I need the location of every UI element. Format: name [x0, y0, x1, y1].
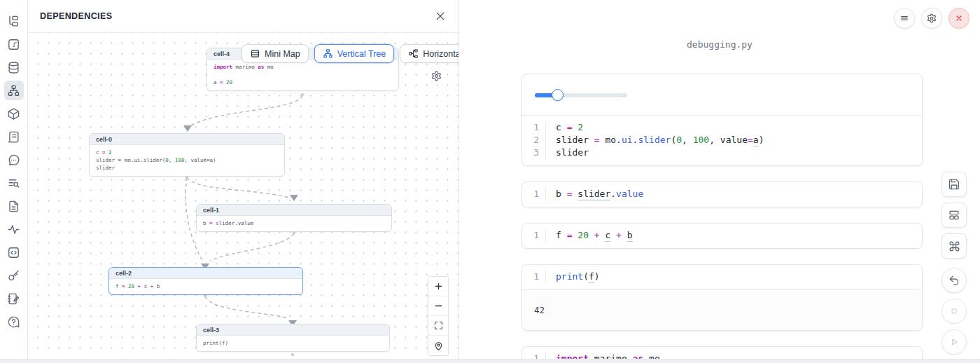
code-line[interactable]: slider = mo.ui.slider(0, 100, value=a): [546, 134, 764, 146]
close-icon[interactable]: [435, 11, 446, 22]
graph-node-title: cell-3: [197, 324, 389, 336]
stop-button: [941, 299, 967, 324]
graph-settings-gear-icon[interactable]: [430, 70, 442, 84]
view-toggle-horizontal-tree[interactable]: Horizontal Tree: [400, 44, 458, 63]
graph-node-title: cell-0: [90, 134, 284, 145]
graph-node-cell-0[interactable]: cell-0c = 2slider = mo.ui.slider(0, 100,…: [89, 133, 285, 177]
sidebar-item-notebook-pen-icon[interactable]: [4, 289, 24, 308]
notebook-filename[interactable]: debugging.py: [459, 39, 980, 50]
slider-thumb[interactable]: [552, 89, 564, 101]
notebook-cell: 1print(f)42: [522, 264, 923, 331]
sidebar-item-package-icon[interactable]: [4, 104, 24, 123]
graph-node-code: f = 20 + c + b: [109, 279, 302, 294]
sidebar-item-dependency-graph-icon[interactable]: [4, 81, 24, 100]
bottom-scroll-strip[interactable]: [0, 359, 980, 363]
sidebar-item-activity-icon[interactable]: [4, 219, 24, 239]
sidebar-item-database-icon[interactable]: [4, 57, 24, 77]
command-button[interactable]: [941, 233, 967, 259]
code-editor[interactable]: 1b = slider.value: [522, 182, 922, 207]
graph-node-title: cell-2: [109, 268, 302, 279]
vertical-tree-icon: [323, 48, 333, 59]
notebook-cell: 1c = 22slider = mo.ui.slider(0, 100, val…: [522, 74, 923, 166]
cell-output-widget: [522, 74, 922, 115]
graph-view-toolbar: Mini MapVertical TreeHorizontal Tree: [241, 44, 458, 63]
zoom-controls: [428, 276, 449, 356]
notebook-cell: 1b = slider.value: [522, 182, 923, 207]
code-line[interactable]: c = 2: [546, 121, 583, 134]
svg-text:f: f: [13, 40, 17, 48]
line-number: 3: [522, 146, 546, 159]
left-sidebar: f: [0, 0, 28, 363]
code-line[interactable]: b = slider.value: [546, 188, 643, 200]
app-window: f DEPENDENCIES: [0, 0, 980, 363]
code-line[interactable]: slider: [546, 146, 589, 159]
dependencies-panel: DEPENDENCIES: [28, 0, 459, 363]
undo-button[interactable]: [941, 268, 967, 293]
cell-column: 1c = 22slider = mo.ui.slider(0, 100, val…: [522, 74, 923, 363]
graph-node-code: b = slider.value: [197, 216, 391, 231]
view-toggle-vertical-tree[interactable]: Vertical Tree: [314, 44, 394, 63]
fit-view-button[interactable]: [428, 316, 448, 336]
graph-node-cell-2[interactable]: cell-2f = 20 + c + b: [108, 267, 303, 295]
graph-node-code: print(f): [197, 336, 389, 351]
line-number: 2: [522, 134, 546, 146]
graph-node-code: import marimo as mo a = 20: [207, 60, 398, 90]
graph-node-title: cell-1: [197, 205, 391, 216]
sidebar-item-chat-icon[interactable]: [4, 150, 24, 170]
sidebar-item-code-square-icon[interactable]: [4, 242, 24, 262]
zoom-out-button[interactable]: [428, 296, 448, 316]
sidebar-item-file-text-icon[interactable]: [4, 196, 24, 216]
code-line[interactable]: print(f): [546, 270, 600, 283]
floating-action-buttons: [941, 172, 967, 360]
slider-widget[interactable]: [535, 89, 627, 101]
sidebar-item-file-tree-icon[interactable]: [4, 11, 24, 31]
line-number: 1: [522, 229, 546, 242]
line-number: 1: [522, 270, 546, 283]
line-number: 1: [522, 121, 546, 134]
view-toggle-minimap[interactable]: Mini Map: [241, 44, 309, 63]
graph-node-cell-3[interactable]: cell-3print(f): [196, 324, 390, 352]
dependencies-header: DEPENDENCIES: [28, 0, 458, 33]
horizontal-tree-icon: [408, 48, 419, 59]
graph-node-cell-1[interactable]: cell-1b = slider.value: [196, 204, 392, 232]
locate-button[interactable]: [428, 336, 448, 355]
dependency-graph-canvas[interactable]: cell-4import marimo as mo a = 20cell-0c …: [28, 33, 458, 357]
sidebar-item-key-icon[interactable]: [4, 266, 24, 285]
sidebar-item-help-circle-icon[interactable]: [4, 312, 24, 331]
code-editor[interactable]: 1f = 20 + c + b: [522, 224, 922, 248]
shutdown-button[interactable]: [948, 8, 969, 29]
minimap-icon: [250, 48, 260, 59]
graph-node-code: c = 2slider = mo.ui.slider(0, 100, value…: [90, 145, 284, 176]
notebook-header-buttons: [894, 8, 969, 29]
code-editor[interactable]: 1c = 22slider = mo.ui.slider(0, 100, val…: [522, 116, 922, 165]
zoom-in-button[interactable]: [428, 277, 448, 296]
settings-button[interactable]: [921, 8, 942, 29]
code-line[interactable]: f = 20 + c + b: [546, 229, 633, 242]
sidebar-item-list-search-icon[interactable]: [4, 173, 24, 193]
save-button[interactable]: [941, 172, 967, 197]
line-number: 1: [522, 188, 546, 200]
menu-button[interactable]: [894, 8, 915, 29]
code-editor[interactable]: 1print(f): [522, 265, 922, 289]
cell-console-output: 42: [522, 289, 922, 330]
panel-title: DEPENDENCIES: [40, 11, 112, 21]
sidebar-item-function-square-icon[interactable]: f: [4, 34, 24, 54]
layout-button[interactable]: [941, 203, 967, 228]
notebook-cell: 1f = 20 + c + b: [522, 223, 923, 249]
sidebar-item-scroll-icon[interactable]: [4, 127, 24, 146]
run-button: [941, 329, 967, 355]
notebook-panel: debugging.py 1c = 22slider = mo.ui.slide…: [459, 0, 980, 363]
